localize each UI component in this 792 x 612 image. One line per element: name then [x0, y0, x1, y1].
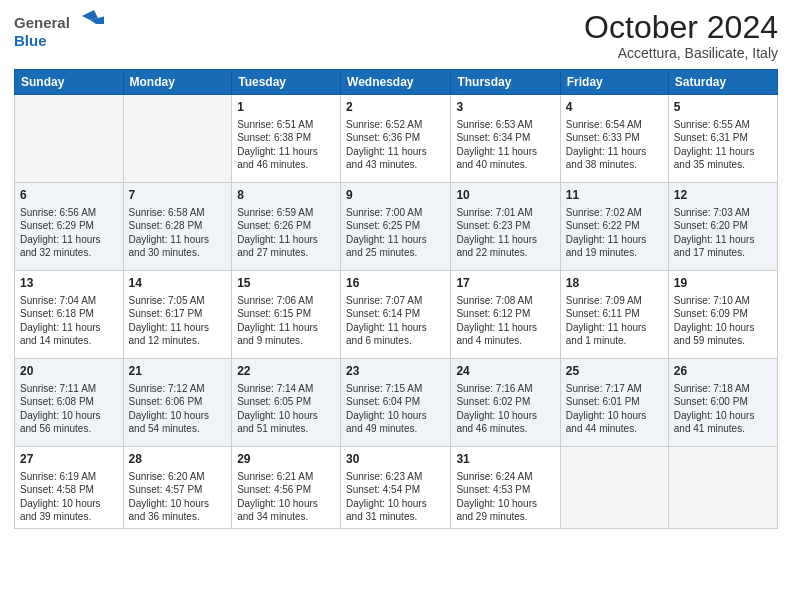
col-wednesday: Wednesday [341, 70, 451, 95]
cell-info: Sunrise: 7:08 AMSunset: 6:12 PMDaylight:… [456, 294, 554, 348]
calendar-week-row: 20Sunrise: 7:11 AMSunset: 6:08 PMDayligh… [15, 359, 778, 447]
cell-info: Sunrise: 7:07 AMSunset: 6:14 PMDaylight:… [346, 294, 445, 348]
day-number: 21 [129, 363, 227, 380]
day-number: 31 [456, 451, 554, 468]
day-number: 29 [237, 451, 335, 468]
table-row: 29Sunrise: 6:21 AMSunset: 4:56 PMDayligh… [232, 447, 341, 529]
day-number: 7 [129, 187, 227, 204]
day-number: 9 [346, 187, 445, 204]
cell-info: Sunrise: 7:01 AMSunset: 6:23 PMDaylight:… [456, 206, 554, 260]
table-row [123, 95, 232, 183]
calendar-week-row: 27Sunrise: 6:19 AMSunset: 4:58 PMDayligh… [15, 447, 778, 529]
cell-info: Sunrise: 6:20 AMSunset: 4:57 PMDaylight:… [129, 470, 227, 524]
day-number: 27 [20, 451, 118, 468]
day-number: 15 [237, 275, 335, 292]
day-number: 19 [674, 275, 772, 292]
cell-info: Sunrise: 6:56 AMSunset: 6:29 PMDaylight:… [20, 206, 118, 260]
location: Accettura, Basilicate, Italy [584, 45, 778, 61]
day-number: 14 [129, 275, 227, 292]
svg-text:Blue: Blue [14, 32, 47, 49]
table-row: 7Sunrise: 6:58 AMSunset: 6:28 PMDaylight… [123, 183, 232, 271]
day-number: 6 [20, 187, 118, 204]
table-row: 30Sunrise: 6:23 AMSunset: 4:54 PMDayligh… [341, 447, 451, 529]
col-saturday: Saturday [668, 70, 777, 95]
cell-info: Sunrise: 7:03 AMSunset: 6:20 PMDaylight:… [674, 206, 772, 260]
table-row: 8Sunrise: 6:59 AMSunset: 6:26 PMDaylight… [232, 183, 341, 271]
cell-info: Sunrise: 6:52 AMSunset: 6:36 PMDaylight:… [346, 118, 445, 172]
table-row: 19Sunrise: 7:10 AMSunset: 6:09 PMDayligh… [668, 271, 777, 359]
table-row: 9Sunrise: 7:00 AMSunset: 6:25 PMDaylight… [341, 183, 451, 271]
table-row: 3Sunrise: 6:53 AMSunset: 6:34 PMDaylight… [451, 95, 560, 183]
cell-info: Sunrise: 7:06 AMSunset: 6:15 PMDaylight:… [237, 294, 335, 348]
table-row: 23Sunrise: 7:15 AMSunset: 6:04 PMDayligh… [341, 359, 451, 447]
col-monday: Monday [123, 70, 232, 95]
cell-info: Sunrise: 7:04 AMSunset: 6:18 PMDaylight:… [20, 294, 118, 348]
day-number: 26 [674, 363, 772, 380]
table-row: 1Sunrise: 6:51 AMSunset: 6:38 PMDaylight… [232, 95, 341, 183]
day-number: 28 [129, 451, 227, 468]
cell-info: Sunrise: 7:14 AMSunset: 6:05 PMDaylight:… [237, 382, 335, 436]
day-number: 11 [566, 187, 663, 204]
cell-info: Sunrise: 7:02 AMSunset: 6:22 PMDaylight:… [566, 206, 663, 260]
col-friday: Friday [560, 70, 668, 95]
table-row: 31Sunrise: 6:24 AMSunset: 4:53 PMDayligh… [451, 447, 560, 529]
day-number: 30 [346, 451, 445, 468]
calendar-table: Sunday Monday Tuesday Wednesday Thursday… [14, 69, 778, 529]
day-number: 1 [237, 99, 335, 116]
day-number: 12 [674, 187, 772, 204]
cell-info: Sunrise: 7:15 AMSunset: 6:04 PMDaylight:… [346, 382, 445, 436]
table-row: 14Sunrise: 7:05 AMSunset: 6:17 PMDayligh… [123, 271, 232, 359]
day-number: 24 [456, 363, 554, 380]
day-number: 23 [346, 363, 445, 380]
calendar-week-row: 13Sunrise: 7:04 AMSunset: 6:18 PMDayligh… [15, 271, 778, 359]
table-row: 6Sunrise: 6:56 AMSunset: 6:29 PMDaylight… [15, 183, 124, 271]
table-row: 21Sunrise: 7:12 AMSunset: 6:06 PMDayligh… [123, 359, 232, 447]
cell-info: Sunrise: 6:54 AMSunset: 6:33 PMDaylight:… [566, 118, 663, 172]
cell-info: Sunrise: 6:59 AMSunset: 6:26 PMDaylight:… [237, 206, 335, 260]
day-number: 3 [456, 99, 554, 116]
table-row: 26Sunrise: 7:18 AMSunset: 6:00 PMDayligh… [668, 359, 777, 447]
table-row: 5Sunrise: 6:55 AMSunset: 6:31 PMDaylight… [668, 95, 777, 183]
logo: General Blue [14, 10, 104, 54]
calendar-week-row: 6Sunrise: 6:56 AMSunset: 6:29 PMDaylight… [15, 183, 778, 271]
day-number: 4 [566, 99, 663, 116]
table-row [15, 95, 124, 183]
table-row: 13Sunrise: 7:04 AMSunset: 6:18 PMDayligh… [15, 271, 124, 359]
table-row: 12Sunrise: 7:03 AMSunset: 6:20 PMDayligh… [668, 183, 777, 271]
header: General Blue October 2024 Accettura, Bas… [14, 10, 778, 61]
cell-info: Sunrise: 7:09 AMSunset: 6:11 PMDaylight:… [566, 294, 663, 348]
table-row: 11Sunrise: 7:02 AMSunset: 6:22 PMDayligh… [560, 183, 668, 271]
cell-info: Sunrise: 6:19 AMSunset: 4:58 PMDaylight:… [20, 470, 118, 524]
cell-info: Sunrise: 6:23 AMSunset: 4:54 PMDaylight:… [346, 470, 445, 524]
col-thursday: Thursday [451, 70, 560, 95]
table-row: 28Sunrise: 6:20 AMSunset: 4:57 PMDayligh… [123, 447, 232, 529]
table-row [560, 447, 668, 529]
cell-info: Sunrise: 6:53 AMSunset: 6:34 PMDaylight:… [456, 118, 554, 172]
cell-info: Sunrise: 6:51 AMSunset: 6:38 PMDaylight:… [237, 118, 335, 172]
cell-info: Sunrise: 7:12 AMSunset: 6:06 PMDaylight:… [129, 382, 227, 436]
cell-info: Sunrise: 7:18 AMSunset: 6:00 PMDaylight:… [674, 382, 772, 436]
cell-info: Sunrise: 7:11 AMSunset: 6:08 PMDaylight:… [20, 382, 118, 436]
calendar-header-row: Sunday Monday Tuesday Wednesday Thursday… [15, 70, 778, 95]
table-row: 20Sunrise: 7:11 AMSunset: 6:08 PMDayligh… [15, 359, 124, 447]
logo-svg: General Blue [14, 10, 104, 54]
table-row: 18Sunrise: 7:09 AMSunset: 6:11 PMDayligh… [560, 271, 668, 359]
table-row: 27Sunrise: 6:19 AMSunset: 4:58 PMDayligh… [15, 447, 124, 529]
day-number: 25 [566, 363, 663, 380]
day-number: 20 [20, 363, 118, 380]
cell-info: Sunrise: 7:17 AMSunset: 6:01 PMDaylight:… [566, 382, 663, 436]
cell-info: Sunrise: 6:24 AMSunset: 4:53 PMDaylight:… [456, 470, 554, 524]
day-number: 17 [456, 275, 554, 292]
cell-info: Sunrise: 7:05 AMSunset: 6:17 PMDaylight:… [129, 294, 227, 348]
table-row: 16Sunrise: 7:07 AMSunset: 6:14 PMDayligh… [341, 271, 451, 359]
cell-info: Sunrise: 6:55 AMSunset: 6:31 PMDaylight:… [674, 118, 772, 172]
day-number: 8 [237, 187, 335, 204]
month-title: October 2024 [584, 10, 778, 45]
day-number: 13 [20, 275, 118, 292]
table-row: 10Sunrise: 7:01 AMSunset: 6:23 PMDayligh… [451, 183, 560, 271]
day-number: 5 [674, 99, 772, 116]
table-row: 17Sunrise: 7:08 AMSunset: 6:12 PMDayligh… [451, 271, 560, 359]
day-number: 10 [456, 187, 554, 204]
page: General Blue October 2024 Accettura, Bas… [0, 0, 792, 612]
svg-text:General: General [14, 14, 70, 31]
